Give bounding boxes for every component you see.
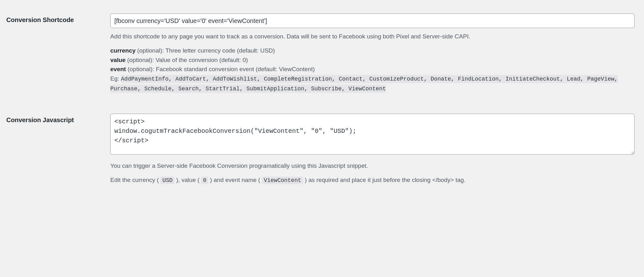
settings-form-table: Conversion Shortcode Add this shortcode … bbox=[6, 9, 638, 191]
label-conversion-shortcode: Conversion Shortcode bbox=[6, 16, 74, 23]
events-prefix: Eg: bbox=[110, 75, 121, 82]
row-conversion-javascript: Conversion Javascript You can trigger a … bbox=[6, 109, 638, 191]
param-event-name: event bbox=[110, 66, 126, 72]
events-list: AddPaymentInfo, AddToCart, AddToWishlist… bbox=[110, 75, 618, 93]
code-currency: USD bbox=[160, 177, 174, 184]
textarea-conversion-javascript[interactable] bbox=[110, 114, 635, 155]
help-js-2c: ) and event name ( bbox=[208, 177, 262, 183]
input-conversion-shortcode[interactable] bbox=[110, 14, 635, 28]
param-value-name: value bbox=[110, 57, 126, 63]
param-value-desc: (optional): Value of the conversion (def… bbox=[126, 57, 248, 63]
label-conversion-javascript: Conversion Javascript bbox=[6, 116, 74, 123]
help-shortcode-intro: Add this shortcode to any page you want … bbox=[110, 32, 635, 41]
row-conversion-shortcode: Conversion Shortcode Add this shortcode … bbox=[6, 9, 638, 109]
help-js-2a: Edit the currency ( bbox=[110, 177, 160, 183]
param-currency-name: currency bbox=[110, 47, 135, 54]
help-js-line1: You can trigger a Server-side Facebook C… bbox=[110, 161, 635, 170]
param-event-desc: (optional): Facebook standard conversion… bbox=[126, 66, 315, 72]
param-currency-desc: (optional): Three letter currency code (… bbox=[135, 47, 275, 54]
code-value: 0 bbox=[201, 177, 208, 184]
code-event: ViewContent bbox=[262, 177, 303, 184]
help-js-2d: ) as required and place it just before t… bbox=[303, 177, 465, 183]
help-js-2b: ), value ( bbox=[175, 177, 201, 183]
help-shortcode-params: currency (optional): Three letter curren… bbox=[110, 46, 635, 93]
help-js-line2: Edit the currency ( USD ), value ( 0 ) a… bbox=[110, 175, 635, 185]
